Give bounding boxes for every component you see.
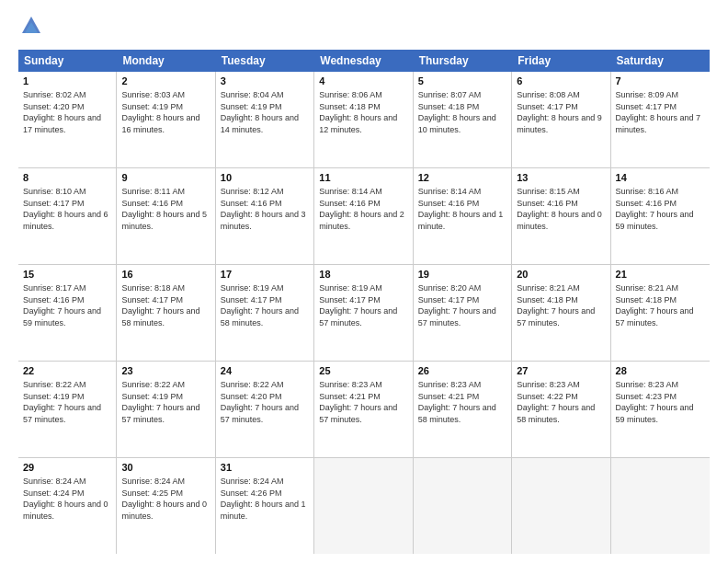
day-cell-26: 26Sunrise: 8:23 AM Sunset: 4:21 PM Dayli… bbox=[414, 362, 512, 457]
day-number: 4 bbox=[319, 75, 407, 88]
header bbox=[18, 15, 710, 40]
day-header-monday: Monday bbox=[117, 50, 215, 72]
day-cell-29: 29Sunrise: 8:24 AM Sunset: 4:24 PM Dayli… bbox=[18, 458, 117, 554]
day-info: Sunrise: 8:23 AM Sunset: 4:21 PM Dayligh… bbox=[418, 380, 496, 424]
day-number: 14 bbox=[616, 171, 705, 185]
day-header-sunday: Sunday bbox=[18, 50, 117, 72]
day-number: 25 bbox=[319, 364, 407, 378]
page: SundayMondayTuesdayWednesdayThursdayFrid… bbox=[0, 0, 728, 563]
day-cell-13: 13Sunrise: 8:15 AM Sunset: 4:16 PM Dayli… bbox=[512, 168, 610, 264]
calendar-week-5: 29Sunrise: 8:24 AM Sunset: 4:24 PM Dayli… bbox=[18, 458, 710, 554]
day-cell-4: 4Sunrise: 8:06 AM Sunset: 4:18 PM Daylig… bbox=[314, 72, 413, 167]
day-info: Sunrise: 8:21 AM Sunset: 4:18 PM Dayligh… bbox=[517, 283, 595, 327]
day-info: Sunrise: 8:08 AM Sunset: 4:17 PM Dayligh… bbox=[517, 90, 602, 134]
day-info: Sunrise: 8:16 AM Sunset: 4:16 PM Dayligh… bbox=[616, 187, 694, 231]
day-number: 3 bbox=[221, 75, 309, 88]
day-number: 2 bbox=[121, 75, 210, 88]
day-info: Sunrise: 8:10 AM Sunset: 4:17 PM Dayligh… bbox=[23, 187, 108, 231]
day-info: Sunrise: 8:04 AM Sunset: 4:19 PM Dayligh… bbox=[221, 90, 299, 134]
day-info: Sunrise: 8:18 AM Sunset: 4:17 PM Dayligh… bbox=[121, 283, 199, 327]
day-number: 16 bbox=[121, 268, 210, 282]
day-header-tuesday: Tuesday bbox=[216, 50, 314, 72]
day-cell-11: 11Sunrise: 8:14 AM Sunset: 4:16 PM Dayli… bbox=[314, 168, 413, 264]
calendar-week-4: 22Sunrise: 8:22 AM Sunset: 4:19 PM Dayli… bbox=[18, 362, 710, 458]
day-info: Sunrise: 8:24 AM Sunset: 4:26 PM Dayligh… bbox=[221, 477, 306, 521]
day-cell-19: 19Sunrise: 8:20 AM Sunset: 4:17 PM Dayli… bbox=[414, 265, 512, 361]
day-number: 7 bbox=[616, 75, 705, 88]
day-cell-28: 28Sunrise: 8:23 AM Sunset: 4:23 PM Dayli… bbox=[611, 362, 710, 457]
day-info: Sunrise: 8:24 AM Sunset: 4:25 PM Dayligh… bbox=[121, 477, 207, 521]
day-cell-17: 17Sunrise: 8:19 AM Sunset: 4:17 PM Dayli… bbox=[216, 265, 314, 361]
day-info: Sunrise: 8:15 AM Sunset: 4:16 PM Dayligh… bbox=[517, 187, 602, 231]
day-info: Sunrise: 8:14 AM Sunset: 4:16 PM Dayligh… bbox=[418, 187, 504, 231]
day-cell-6: 6Sunrise: 8:08 AM Sunset: 4:17 PM Daylig… bbox=[512, 72, 610, 167]
day-cell-12: 12Sunrise: 8:14 AM Sunset: 4:16 PM Dayli… bbox=[414, 168, 512, 264]
day-info: Sunrise: 8:22 AM Sunset: 4:19 PM Dayligh… bbox=[23, 380, 101, 424]
day-cell-7: 7Sunrise: 8:09 AM Sunset: 4:17 PM Daylig… bbox=[611, 72, 710, 167]
day-number: 17 bbox=[221, 268, 309, 282]
empty-cell bbox=[512, 458, 610, 554]
day-number: 21 bbox=[616, 268, 705, 282]
day-cell-8: 8Sunrise: 8:10 AM Sunset: 4:17 PM Daylig… bbox=[18, 168, 117, 264]
calendar-week-1: 1Sunrise: 8:02 AM Sunset: 4:20 PM Daylig… bbox=[18, 72, 710, 168]
day-cell-27: 27Sunrise: 8:23 AM Sunset: 4:22 PM Dayli… bbox=[512, 362, 610, 457]
day-number: 18 bbox=[319, 268, 407, 282]
empty-cell bbox=[611, 458, 710, 554]
day-cell-23: 23Sunrise: 8:22 AM Sunset: 4:19 PM Dayli… bbox=[117, 362, 215, 457]
empty-cell bbox=[314, 458, 413, 554]
day-cell-9: 9Sunrise: 8:11 AM Sunset: 4:16 PM Daylig… bbox=[117, 168, 215, 264]
day-number: 29 bbox=[23, 461, 111, 475]
day-number: 20 bbox=[517, 268, 605, 282]
calendar-header: SundayMondayTuesdayWednesdayThursdayFrid… bbox=[18, 50, 710, 72]
day-number: 30 bbox=[121, 461, 210, 475]
day-number: 9 bbox=[121, 171, 210, 185]
day-info: Sunrise: 8:24 AM Sunset: 4:24 PM Dayligh… bbox=[23, 477, 108, 521]
day-number: 28 bbox=[616, 364, 705, 378]
day-cell-31: 31Sunrise: 8:24 AM Sunset: 4:26 PM Dayli… bbox=[216, 458, 314, 554]
day-info: Sunrise: 8:09 AM Sunset: 4:17 PM Dayligh… bbox=[616, 90, 701, 134]
day-info: Sunrise: 8:22 AM Sunset: 4:19 PM Dayligh… bbox=[121, 380, 199, 424]
day-header-saturday: Saturday bbox=[611, 50, 710, 72]
day-number: 13 bbox=[517, 171, 605, 185]
calendar-week-2: 8Sunrise: 8:10 AM Sunset: 4:17 PM Daylig… bbox=[18, 168, 710, 265]
day-number: 12 bbox=[418, 171, 506, 185]
day-info: Sunrise: 8:06 AM Sunset: 4:18 PM Dayligh… bbox=[319, 90, 397, 134]
day-cell-5: 5Sunrise: 8:07 AM Sunset: 4:18 PM Daylig… bbox=[414, 72, 512, 167]
day-cell-25: 25Sunrise: 8:23 AM Sunset: 4:21 PM Dayli… bbox=[314, 362, 413, 457]
calendar-week-3: 15Sunrise: 8:17 AM Sunset: 4:16 PM Dayli… bbox=[18, 265, 710, 362]
day-info: Sunrise: 8:22 AM Sunset: 4:20 PM Dayligh… bbox=[221, 380, 299, 424]
day-number: 26 bbox=[418, 364, 506, 378]
day-cell-10: 10Sunrise: 8:12 AM Sunset: 4:16 PM Dayli… bbox=[216, 168, 314, 264]
day-info: Sunrise: 8:23 AM Sunset: 4:22 PM Dayligh… bbox=[517, 380, 595, 424]
day-number: 5 bbox=[418, 75, 506, 88]
day-info: Sunrise: 8:11 AM Sunset: 4:16 PM Dayligh… bbox=[121, 187, 207, 231]
day-cell-24: 24Sunrise: 8:22 AM Sunset: 4:20 PM Dayli… bbox=[216, 362, 314, 457]
calendar: SundayMondayTuesdayWednesdayThursdayFrid… bbox=[18, 50, 710, 554]
day-number: 11 bbox=[319, 171, 407, 185]
empty-cell bbox=[414, 458, 512, 554]
day-info: Sunrise: 8:21 AM Sunset: 4:18 PM Dayligh… bbox=[616, 283, 694, 327]
day-info: Sunrise: 8:23 AM Sunset: 4:21 PM Dayligh… bbox=[319, 380, 397, 424]
day-header-wednesday: Wednesday bbox=[314, 50, 413, 72]
day-cell-1: 1Sunrise: 8:02 AM Sunset: 4:20 PM Daylig… bbox=[18, 72, 117, 167]
day-number: 10 bbox=[221, 171, 309, 185]
day-number: 6 bbox=[517, 75, 605, 88]
day-header-friday: Friday bbox=[512, 50, 610, 72]
day-number: 24 bbox=[221, 364, 309, 378]
day-cell-18: 18Sunrise: 8:19 AM Sunset: 4:17 PM Dayli… bbox=[314, 265, 413, 361]
day-cell-14: 14Sunrise: 8:16 AM Sunset: 4:16 PM Dayli… bbox=[611, 168, 710, 264]
day-cell-3: 3Sunrise: 8:04 AM Sunset: 4:19 PM Daylig… bbox=[216, 72, 314, 167]
day-info: Sunrise: 8:12 AM Sunset: 4:16 PM Dayligh… bbox=[221, 187, 306, 231]
logo-icon bbox=[18, 15, 44, 40]
day-info: Sunrise: 8:23 AM Sunset: 4:23 PM Dayligh… bbox=[616, 380, 694, 424]
day-info: Sunrise: 8:03 AM Sunset: 4:19 PM Dayligh… bbox=[121, 90, 199, 134]
day-info: Sunrise: 8:14 AM Sunset: 4:16 PM Dayligh… bbox=[319, 187, 404, 231]
day-info: Sunrise: 8:19 AM Sunset: 4:17 PM Dayligh… bbox=[319, 283, 397, 327]
calendar-body: 1Sunrise: 8:02 AM Sunset: 4:20 PM Daylig… bbox=[18, 72, 710, 554]
day-number: 22 bbox=[23, 364, 111, 378]
day-cell-15: 15Sunrise: 8:17 AM Sunset: 4:16 PM Dayli… bbox=[18, 265, 117, 361]
day-number: 19 bbox=[418, 268, 506, 282]
day-cell-22: 22Sunrise: 8:22 AM Sunset: 4:19 PM Dayli… bbox=[18, 362, 117, 457]
day-number: 23 bbox=[121, 364, 210, 378]
day-cell-30: 30Sunrise: 8:24 AM Sunset: 4:25 PM Dayli… bbox=[117, 458, 215, 554]
